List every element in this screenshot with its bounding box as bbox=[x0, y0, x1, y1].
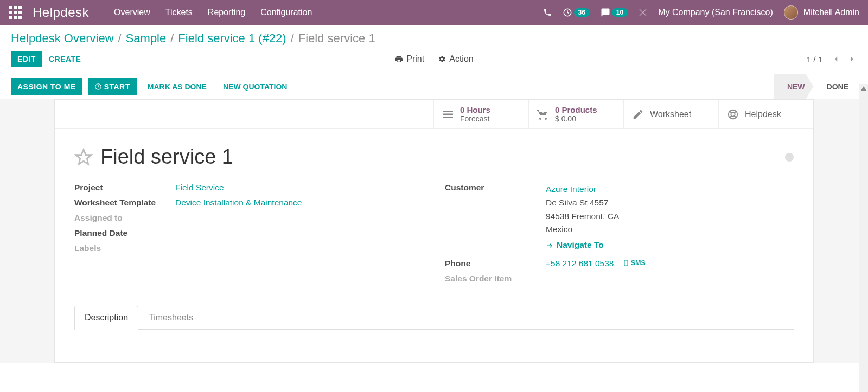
sales-order-item-label: Sales Order Item bbox=[445, 274, 546, 284]
header-right: 36 10 My Company (San Francisco) Mitchel… bbox=[543, 5, 860, 20]
navigate-to-label: Navigate To bbox=[557, 239, 604, 252]
color-dot[interactable] bbox=[785, 153, 794, 162]
chevron-up-icon bbox=[861, 86, 866, 91]
svg-point-6 bbox=[731, 112, 735, 116]
star-icon bbox=[74, 148, 93, 166]
list-icon bbox=[442, 108, 455, 121]
debug-icon[interactable] bbox=[639, 8, 647, 17]
stat-buttons: 0 Hours Forecast 0 Products $ 0.00 Wo bbox=[55, 100, 813, 129]
breadcrumb-row: Helpdesk Overview / Sample / Field servi… bbox=[0, 25, 868, 46]
start-button[interactable]: START bbox=[88, 78, 137, 95]
new-quotation-button[interactable]: NEW QUOTATION bbox=[218, 78, 292, 95]
header-left: Helpdesk Overview Tickets Reporting Conf… bbox=[9, 5, 320, 20]
svg-rect-2 bbox=[443, 111, 453, 112]
company-switcher[interactable]: My Company (San Francisco) bbox=[658, 8, 773, 17]
assigned-to-label: Assigned to bbox=[74, 213, 175, 223]
stat-worksheet-label: Worksheet bbox=[650, 110, 691, 119]
header-nav: Overview Tickets Reporting Configuration bbox=[106, 8, 320, 17]
tab-timesheets[interactable]: Timesheets bbox=[138, 306, 203, 330]
stat-hours[interactable]: 0 Hours Forecast bbox=[433, 100, 528, 128]
worksheet-template-value-link[interactable]: Device Installation & Maintenance bbox=[175, 198, 302, 207]
avatar bbox=[784, 5, 798, 20]
scrollbar[interactable] bbox=[859, 84, 868, 392]
tab-content-area bbox=[55, 330, 813, 362]
nav-configuration[interactable]: Configuration bbox=[253, 8, 320, 17]
print-menu[interactable]: Print bbox=[394, 54, 424, 64]
customer-name-link[interactable]: Azure Interior bbox=[546, 184, 596, 194]
breadcrumb-current: Field service 1 bbox=[298, 31, 375, 46]
stat-products[interactable]: 0 Products $ 0.00 bbox=[528, 100, 623, 128]
apps-icon[interactable] bbox=[9, 6, 22, 19]
control-row: EDIT CREATE Print Action 1 / 1 bbox=[0, 46, 868, 74]
breadcrumb-overview[interactable]: Helpdesk Overview bbox=[11, 31, 114, 46]
discuss-indicator[interactable]: 10 bbox=[601, 8, 628, 17]
address-line-2: 94538 Fremont, CA bbox=[546, 210, 619, 223]
stat-worksheet[interactable]: Worksheet bbox=[623, 100, 718, 128]
stat-hours-line1: 0 Hours bbox=[460, 105, 490, 114]
phone-value-link[interactable]: +58 212 681 0538 bbox=[546, 259, 614, 268]
pencil-icon bbox=[631, 108, 644, 121]
sms-button[interactable]: SMS bbox=[623, 259, 646, 267]
action-bar-left: ASSIGN TO ME START MARK AS DONE NEW QUOT… bbox=[11, 78, 292, 95]
assign-to-me-button[interactable]: ASSIGN TO ME bbox=[11, 78, 82, 95]
worksheet-template-label: Worksheet Template bbox=[74, 198, 175, 208]
status-done[interactable]: DONE bbox=[814, 74, 857, 99]
breadcrumb: Helpdesk Overview / Sample / Field servi… bbox=[11, 31, 857, 46]
address-line-3: Mexico bbox=[546, 223, 619, 236]
pager-next[interactable] bbox=[847, 54, 857, 64]
tab-description[interactable]: Description bbox=[74, 306, 138, 330]
user-menu[interactable]: Mitchell Admin bbox=[784, 5, 859, 20]
status-new[interactable]: NEW bbox=[774, 74, 814, 99]
printer-icon bbox=[394, 55, 403, 63]
start-label: START bbox=[104, 82, 130, 91]
address-line-1: De Silva St 4557 bbox=[546, 196, 619, 210]
arrow-right-icon bbox=[546, 242, 553, 249]
navigate-to-button[interactable]: Navigate To bbox=[546, 239, 604, 252]
svg-rect-4 bbox=[443, 117, 453, 118]
left-column: Project Field Service Worksheet Template… bbox=[74, 183, 423, 289]
app-header: Helpdesk Overview Tickets Reporting Conf… bbox=[0, 0, 868, 25]
breadcrumb-ticket[interactable]: Field service 1 (#22) bbox=[178, 31, 286, 46]
sms-label: SMS bbox=[631, 259, 646, 267]
app-title: Helpdesk bbox=[33, 5, 89, 20]
customer-label: Customer bbox=[445, 183, 546, 192]
create-button[interactable]: CREATE bbox=[42, 51, 88, 67]
project-label: Project bbox=[74, 183, 175, 192]
breadcrumb-sep: / bbox=[291, 31, 294, 46]
title-row: Field service 1 bbox=[55, 129, 813, 174]
lifebuoy-icon bbox=[726, 108, 739, 121]
stat-hours-line2: Forecast bbox=[460, 114, 490, 123]
nav-reporting[interactable]: Reporting bbox=[200, 8, 253, 17]
breadcrumb-sample[interactable]: Sample bbox=[126, 31, 167, 46]
mark-as-done-button[interactable]: MARK AS DONE bbox=[142, 78, 212, 95]
record-title: Field service 1 bbox=[100, 145, 233, 169]
sheet-wrap: 0 Hours Forecast 0 Products $ 0.00 Wo bbox=[0, 99, 868, 363]
action-menu[interactable]: Action bbox=[437, 54, 473, 64]
user-name: Mitchell Admin bbox=[803, 8, 859, 17]
action-bar: ASSIGN TO ME START MARK AS DONE NEW QUOT… bbox=[0, 74, 868, 99]
activity-indicator[interactable]: 36 bbox=[563, 8, 590, 17]
print-label: Print bbox=[406, 54, 424, 64]
svg-rect-3 bbox=[443, 113, 453, 115]
chevron-right-icon bbox=[847, 54, 857, 64]
stat-products-line2: $ 0.00 bbox=[555, 114, 597, 123]
pager-prev[interactable] bbox=[831, 54, 841, 64]
labels-label: Labels bbox=[74, 243, 175, 253]
discuss-count-badge: 10 bbox=[612, 8, 628, 17]
pager-arrows bbox=[831, 54, 857, 64]
control-center: Print Action bbox=[394, 54, 473, 64]
svg-rect-7 bbox=[624, 260, 628, 266]
nav-overview[interactable]: Overview bbox=[106, 8, 158, 17]
gear-icon bbox=[437, 55, 446, 63]
star-toggle[interactable] bbox=[74, 148, 93, 166]
project-value-link[interactable]: Field Service bbox=[175, 183, 224, 192]
breadcrumb-sep: / bbox=[170, 31, 174, 46]
pager-count[interactable]: 1 / 1 bbox=[807, 55, 822, 64]
stat-helpdesk[interactable]: Helpdesk bbox=[718, 100, 813, 128]
customer-block: Azure Interior De Silva St 4557 94538 Fr… bbox=[546, 183, 619, 253]
planned-date-label: Planned Date bbox=[74, 228, 175, 238]
edit-button[interactable]: EDIT bbox=[11, 51, 42, 67]
nav-tickets[interactable]: Tickets bbox=[158, 8, 200, 17]
phone-icon[interactable] bbox=[543, 8, 552, 17]
breadcrumb-sep: / bbox=[118, 31, 122, 46]
